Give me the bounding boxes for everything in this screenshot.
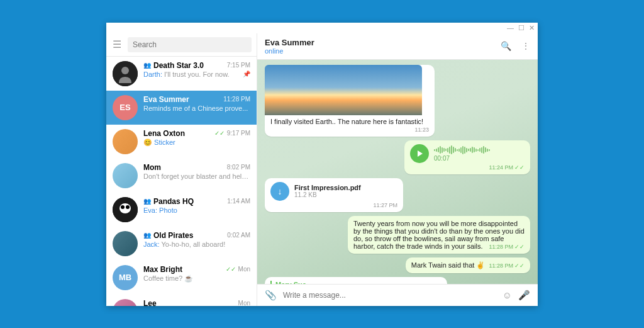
sender-name: Eva:: [143, 206, 157, 214]
menu-icon[interactable]: ☰: [111, 38, 123, 50]
conversation-panel: Eva Summer online 🔍 ⋮ I finally visited …: [257, 33, 538, 306]
svg-point-4: [121, 205, 125, 209]
chat-time: Mon: [238, 300, 250, 306]
chat-list: 👥Death Star 3.07:15 PM Darth: I'll trust…: [106, 57, 257, 306]
app-window: — ☐ ✕ ☰ 👥Death Star 3.07:15 PM Darth: I'…: [106, 23, 538, 306]
avatar: [113, 197, 138, 222]
download-icon[interactable]: ↓: [270, 182, 289, 201]
avatar: [113, 163, 138, 188]
attach-icon[interactable]: 📎: [265, 290, 277, 301]
message-incoming-file[interactable]: ↓ First Impression.pdf 11.2 KB 11:27 PM: [265, 178, 403, 212]
window-controls: — ☐ ✕: [106, 23, 538, 33]
chat-time: 11:28 PM: [223, 96, 250, 103]
message-text: Mark Twain said that ✌️: [411, 261, 486, 269]
close-icon[interactable]: ✕: [529, 24, 535, 32]
chat-preview: Reminds me of a Chinese prove...: [143, 105, 250, 112]
emoji-icon[interactable]: ☺: [502, 290, 512, 300]
group-icon: 👥: [143, 232, 151, 239]
avatar: [113, 61, 138, 86]
message-time: 11:23: [414, 127, 429, 133]
search-icon[interactable]: 🔍: [501, 41, 511, 51]
waveform: [434, 145, 525, 155]
more-icon[interactable]: ⋮: [521, 41, 530, 51]
chat-name: Death Star 3.0: [153, 61, 225, 70]
chat-item[interactable]: Mom8:02 PM Don't forget your blaster and…: [106, 159, 257, 193]
mic-icon[interactable]: 🎤: [518, 290, 530, 301]
message-incoming-photo[interactable]: I finally visited Earth.. The nature her…: [265, 65, 435, 137]
chat-item[interactable]: 👥Death Star 3.07:15 PM Darth: I'll trust…: [106, 57, 257, 91]
message-time: 11:28 PM✓✓: [489, 244, 525, 250]
chat-time: 7:15 PM: [227, 62, 250, 69]
contact-status: online: [265, 47, 501, 55]
reply-reference: Mary Sue Twenty years from now you will …: [270, 281, 441, 284]
chat-time: 1:14 AM: [227, 198, 250, 205]
chat-time: 8:02 PM: [227, 164, 250, 171]
message-time: 11:28 PM✓✓: [489, 263, 525, 269]
message-outgoing[interactable]: Twenty years from now you will be more d…: [348, 216, 530, 254]
message-text: I finally visited Earth.. The nature her…: [270, 118, 423, 125]
chat-name: Lee: [143, 299, 236, 306]
chat-preview: Photo: [157, 206, 177, 214]
chat-preview: Don't forget your blaster and helmet: [143, 172, 250, 180]
message-outgoing[interactable]: Mark Twain said that ✌️ 11:28 PM✓✓: [406, 257, 530, 273]
sidebar: ☰ 👥Death Star 3.07:15 PM Darth: I'll tru…: [106, 33, 257, 306]
file-size: 11.2 KB: [294, 191, 361, 198]
message-time: 11:27 PM: [373, 202, 397, 208]
svg-point-5: [126, 205, 130, 209]
avatar: [113, 299, 138, 306]
chat-item-selected[interactable]: ES Eva Summer11:28 PM Reminds me of a Ch…: [106, 91, 257, 125]
search-input[interactable]: [128, 37, 252, 52]
message-input[interactable]: [283, 291, 496, 300]
emoji-icon: 😊: [143, 139, 152, 147]
message-input-bar: 📎 ☺ 🎤: [257, 284, 538, 306]
minimize-icon[interactable]: —: [507, 24, 514, 31]
avatar: MB: [113, 265, 138, 290]
chat-time: 0:02 AM: [227, 232, 250, 239]
check-icon: ✓✓: [226, 266, 236, 273]
chat-name: Pandas HQ: [153, 197, 225, 206]
svg-point-1: [121, 67, 129, 74]
avatar: [113, 129, 138, 154]
chat-item[interactable]: Lena Oxton✓✓9:17 PM 😊 Sticker: [106, 125, 257, 159]
chat-preview: I'll trust you. For now.: [162, 71, 230, 78]
chat-time: Mon: [238, 266, 250, 273]
group-icon: 👥: [143, 198, 151, 205]
chat-preview: Sticker: [154, 139, 250, 146]
chat-item[interactable]: MB Max Bright✓✓Mon Coffee time? ☕: [106, 261, 257, 295]
group-icon: 👥: [143, 62, 151, 69]
maximize-icon[interactable]: ☐: [518, 24, 525, 32]
message-incoming-reply[interactable]: Mary Sue Twenty years from now you will …: [265, 277, 447, 284]
chat-name: Max Bright: [143, 265, 223, 274]
chat-time: 9:17 PM: [227, 130, 250, 137]
photo-attachment: [265, 65, 422, 115]
sender-name: Jack:: [143, 240, 160, 248]
read-icon: ✓✓: [514, 244, 525, 250]
contact-name: Eva Summer: [265, 38, 501, 47]
read-icon: ✓✓: [514, 263, 525, 269]
reply-name: Mary Sue: [275, 281, 441, 284]
chat-name: Old Pirates: [153, 231, 225, 240]
read-icon: ✓✓: [514, 164, 525, 171]
avatar: [113, 231, 138, 256]
message-time: 11:24 PM✓✓: [489, 164, 525, 171]
message-list: I finally visited Earth.. The nature her…: [257, 60, 538, 284]
pin-icon: 📌: [243, 71, 250, 77]
file-name: First Impression.pdf: [294, 184, 361, 191]
chat-preview: Yo-ho-ho, all aboard!: [160, 240, 226, 248]
svg-point-3: [119, 203, 131, 213]
chat-item[interactable]: 👥Pandas HQ1:14 AM Eva: Photo: [106, 193, 257, 227]
message-outgoing-voice[interactable]: 00:07 11:24 PM✓✓: [404, 140, 530, 174]
voice-duration: 00:07: [434, 155, 525, 162]
conversation-header: Eva Summer online 🔍 ⋮: [257, 33, 538, 60]
chat-name: Lena Oxton: [143, 129, 212, 138]
chat-item[interactable]: 👥Old Pirates0:02 AM Jack: Yo-ho-ho, all …: [106, 227, 257, 261]
chat-name: Eva Summer: [143, 95, 221, 104]
chat-preview: Coffee time? ☕: [143, 274, 250, 283]
chat-name: Mom: [143, 163, 225, 172]
avatar: ES: [113, 95, 138, 120]
sender-name: Darth:: [143, 71, 162, 78]
play-icon[interactable]: [410, 144, 429, 163]
check-icon: ✓✓: [214, 130, 225, 137]
chat-item[interactable]: LeeMon We can call it Galaxy Star 7 ;): [106, 295, 257, 306]
